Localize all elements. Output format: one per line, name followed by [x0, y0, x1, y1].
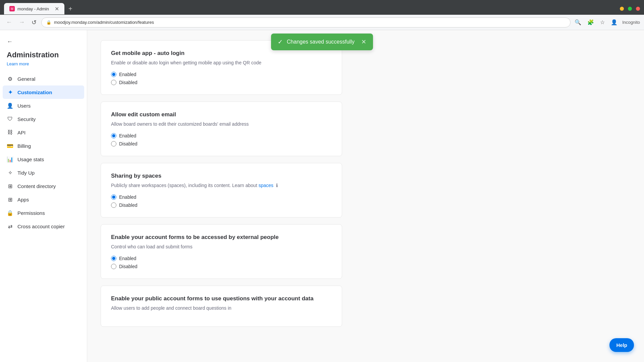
- nav-icon-security: 🛡: [7, 116, 13, 122]
- back-button[interactable]: ←: [7, 38, 13, 45]
- nav-label-usage-stats: Usage stats: [17, 157, 44, 162]
- section-desc-sharing-spaces: Publicly share workspaces (spaces), incl…: [111, 182, 332, 189]
- learn-more-link[interactable]: Learn more: [7, 61, 29, 66]
- radio-input-email-disabled[interactable]: [111, 141, 116, 146]
- section-sharing-spaces: Sharing by spaces Publicly share workspa…: [101, 163, 342, 218]
- toast-message: Changes saved successfully: [287, 39, 355, 45]
- help-button[interactable]: Help: [609, 338, 634, 352]
- nav-label-general: General: [17, 76, 35, 82]
- nav-label-permissions: Permissions: [17, 210, 45, 216]
- nav-icon-api: ⛓: [7, 129, 13, 136]
- nav-label-security: Security: [17, 116, 36, 122]
- nav-label-content-directory: Content directory: [17, 183, 56, 189]
- back-nav-button[interactable]: ←: [4, 17, 14, 27]
- sidebar-item-usage-stats[interactable]: 📊 Usage stats: [0, 153, 87, 166]
- nav-label-customization: Customization: [17, 89, 52, 95]
- radio-option-forms-disabled: Disabled: [111, 264, 332, 269]
- browser-tab-active[interactable]: M monday - Admin ✕: [4, 3, 64, 14]
- address-bar[interactable]: 🔒 moodjoy.monday.com/admin/customization…: [41, 17, 571, 27]
- radio-input-email-enabled[interactable]: [111, 133, 116, 138]
- sidebar-item-billing[interactable]: 💳 Billing: [0, 139, 87, 153]
- radio-label-email-disabled[interactable]: Disabled: [119, 141, 137, 146]
- radio-input-forms-disabled[interactable]: [111, 264, 116, 269]
- browser-toolbar: ← → ↺ 🔒 moodjoy.monday.com/admin/customi…: [0, 15, 644, 30]
- radio-option-email-enabled: Enabled: [111, 133, 332, 138]
- radio-input-mobile-enabled[interactable]: [111, 72, 116, 77]
- forward-nav-button[interactable]: →: [17, 17, 27, 27]
- nav-icon-usage-stats: 📊: [7, 156, 13, 163]
- browser-titlebar: M monday - Admin ✕ +: [0, 0, 644, 15]
- sidebar-item-security[interactable]: 🛡 Security: [0, 112, 87, 126]
- section-title-public-forms: Enable your public account forms to use …: [111, 295, 332, 302]
- toast-close-button[interactable]: ✕: [361, 38, 366, 46]
- radio-input-spaces-disabled[interactable]: [111, 202, 116, 208]
- radio-group-mobile-login: Enabled Disabled: [111, 72, 332, 85]
- sidebar-item-apps[interactable]: ⊞ Apps: [0, 193, 87, 206]
- section-desc-public-forms: Allow users to add people and connect bo…: [111, 305, 332, 312]
- ssl-lock-icon: 🔒: [46, 20, 51, 25]
- minimize-button[interactable]: [620, 7, 624, 11]
- sidebar-item-content-directory[interactable]: ⊞ Content directory: [0, 179, 87, 193]
- nav-icon-users: 👤: [7, 102, 13, 109]
- nav-label-users: Users: [17, 103, 31, 109]
- section-title-external-forms: Enable your account forms to be accessed…: [111, 234, 332, 241]
- section-public-forms: Enable your public account forms to use …: [101, 286, 342, 327]
- spaces-link[interactable]: spaces: [259, 183, 273, 188]
- radio-option-email-disabled: Disabled: [111, 141, 332, 146]
- radio-option-spaces-disabled: Disabled: [111, 202, 332, 208]
- info-icon: ℹ: [276, 183, 278, 188]
- tab-close-button[interactable]: ✕: [55, 6, 59, 12]
- search-icon[interactable]: 🔍: [573, 18, 583, 27]
- reload-button[interactable]: ↺: [30, 17, 39, 27]
- sidebar-header: ← Administration Learn more: [0, 30, 87, 69]
- sidebar-item-permissions[interactable]: 🔒 Permissions: [0, 206, 87, 220]
- sidebar-item-tidy-up[interactable]: ✧ Tidy Up: [0, 166, 87, 179]
- nav-icon-general: ⚙: [7, 75, 13, 82]
- section-title-sharing-spaces: Sharing by spaces: [111, 173, 332, 179]
- app-layout: ← Administration Learn more ⚙ General ✦ …: [0, 30, 644, 362]
- radio-option-mobile-enabled: Enabled: [111, 72, 332, 77]
- sidebar-item-users[interactable]: 👤 Users: [0, 99, 87, 112]
- radio-option-mobile-disabled: Disabled: [111, 80, 332, 85]
- admin-title: Administration: [7, 51, 80, 59]
- radio-group-sharing-spaces: Enabled Disabled: [111, 194, 332, 208]
- toast-check-icon: ✓: [278, 38, 283, 46]
- content-inner: Get mobile app - auto login Enable or di…: [87, 30, 356, 344]
- sidebar-item-customization[interactable]: ✦ Customization: [3, 85, 84, 99]
- section-desc-custom-email: Allow board owners to edit their customi…: [111, 121, 332, 128]
- incognito-label: Incognito: [622, 20, 640, 25]
- nav-label-cross-account-copier: Cross account copier: [17, 224, 65, 229]
- nav-label-apps: Apps: [17, 197, 29, 202]
- radio-label-spaces-disabled[interactable]: Disabled: [119, 202, 137, 208]
- section-custom-email: Allow edit custom email Allow board owne…: [101, 102, 342, 156]
- nav-icon-billing: 💳: [7, 142, 13, 149]
- nav-icon-apps: ⊞: [7, 196, 13, 203]
- radio-input-forms-enabled[interactable]: [111, 256, 116, 261]
- radio-group-custom-email: Enabled Disabled: [111, 133, 332, 146]
- radio-option-spaces-enabled: Enabled: [111, 194, 332, 200]
- bookmark-icon[interactable]: ☆: [599, 18, 606, 27]
- new-tab-button[interactable]: +: [66, 4, 75, 14]
- sidebar-item-cross-account-copier[interactable]: ⇄ Cross account copier: [0, 220, 87, 233]
- maximize-button[interactable]: [628, 7, 632, 11]
- profile-icon[interactable]: 👤: [609, 18, 619, 27]
- address-text: moodjoy.monday.com/admin/customization/f…: [54, 20, 154, 25]
- radio-label-mobile-disabled[interactable]: Disabled: [119, 80, 137, 85]
- radio-label-forms-disabled[interactable]: Disabled: [119, 264, 137, 269]
- radio-input-mobile-disabled[interactable]: [111, 80, 116, 85]
- radio-label-forms-enabled[interactable]: Enabled: [119, 256, 136, 261]
- radio-label-mobile-enabled[interactable]: Enabled: [119, 72, 136, 77]
- radio-option-forms-enabled: Enabled: [111, 256, 332, 261]
- radio-input-spaces-enabled[interactable]: [111, 194, 116, 200]
- extension-icon[interactable]: 🧩: [586, 18, 595, 27]
- close-button[interactable]: [636, 7, 640, 11]
- radio-group-external-forms: Enabled Disabled: [111, 256, 332, 269]
- section-desc-mobile-login: Enable or disable auto login when gettin…: [111, 59, 332, 66]
- radio-label-spaces-enabled[interactable]: Enabled: [119, 194, 136, 200]
- tab-title: monday - Admin: [17, 6, 49, 11]
- sidebar-item-api[interactable]: ⛓ API: [0, 126, 87, 139]
- sidebar-item-general[interactable]: ⚙ General: [0, 72, 87, 85]
- browser-tabs: M monday - Admin ✕ +: [4, 3, 616, 14]
- section-title-mobile-login: Get mobile app - auto login: [111, 50, 332, 57]
- radio-label-email-enabled[interactable]: Enabled: [119, 133, 136, 138]
